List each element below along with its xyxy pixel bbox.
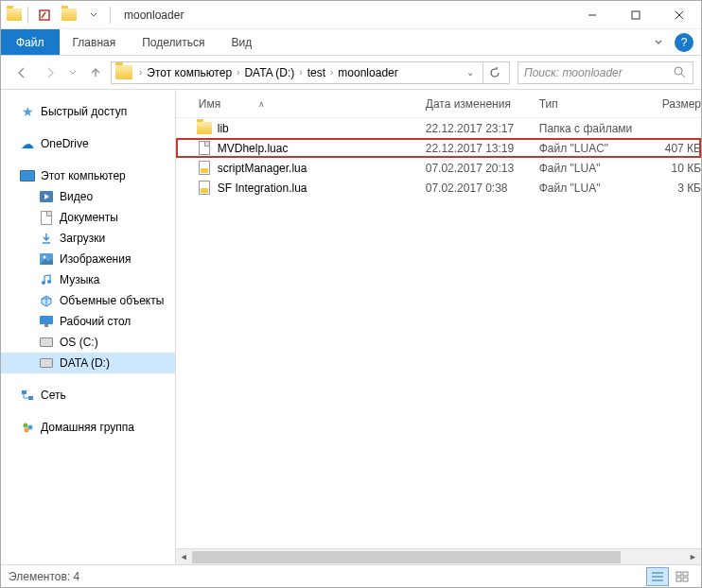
file-size: 407 КБ (662, 142, 701, 155)
ribbon-right: ? (648, 29, 701, 55)
column-type[interactable]: Тип (539, 97, 662, 111)
file-name-cell: scriptManager.lua (176, 161, 426, 176)
search-placeholder: Поиск: moonloader (524, 66, 674, 79)
sidebar-quick-access[interactable]: ★Быстрый доступ (1, 101, 175, 122)
view-icons-button[interactable] (671, 567, 693, 586)
sidebar-thispc[interactable]: Этот компьютер (1, 165, 175, 186)
nav-back-icon[interactable] (9, 60, 35, 86)
column-size[interactable]: Размер (662, 97, 701, 111)
qat-newfolder-icon[interactable] (59, 5, 79, 26)
nav-up-icon[interactable] (82, 60, 109, 86)
sidebar-3dobjects[interactable]: Объемные объекты (1, 290, 175, 311)
maximize-button[interactable] (614, 1, 658, 29)
scroll-thumb[interactable] (192, 551, 621, 563)
file-date: 22.12.2017 13:19 (426, 142, 539, 155)
ribbon: Файл Главная Поделиться Вид ? (1, 29, 701, 56)
tab-view[interactable]: Вид (218, 29, 265, 55)
downloads-icon (39, 231, 54, 246)
sidebar-item-label: Документы (60, 211, 118, 224)
sidebar-music[interactable]: Музыка (1, 269, 175, 290)
refresh-icon[interactable] (483, 62, 505, 83)
music-icon (39, 272, 54, 287)
file-row[interactable]: scriptManager.lua07.02.2017 20:13Файл "L… (176, 158, 701, 178)
sidebar-network[interactable]: Сеть (1, 385, 175, 406)
pc-icon (20, 168, 35, 183)
app-folder-icon (7, 8, 22, 23)
network-icon (20, 388, 35, 403)
window-title: moonloader (124, 9, 184, 22)
sidebar-onedrive[interactable]: ☁OneDrive (1, 133, 175, 154)
file-row[interactable]: lib22.12.2017 23:17Папка с файлами (176, 118, 701, 138)
desktop-icon (39, 314, 54, 329)
statusbar: Элементов: 4 (1, 564, 701, 587)
close-button[interactable] (658, 1, 701, 29)
crumb-sep[interactable]: › (234, 67, 242, 78)
ribbon-expand-icon[interactable] (648, 32, 669, 53)
sidebar-item-label: Сеть (41, 389, 66, 402)
sidebar-pictures[interactable]: Изображения (1, 249, 175, 269)
sidebar-os-c[interactable]: OS (C:) (1, 332, 175, 353)
column-name[interactable]: Имя∧ (176, 97, 426, 111)
sidebar-downloads[interactable]: Загрузки (1, 228, 175, 249)
svg-point-15 (24, 424, 28, 428)
sidebar-item-label: Объемные объекты (60, 294, 164, 307)
minimize-button[interactable] (570, 1, 614, 29)
sidebar-data-d[interactable]: DATA (D:) (1, 353, 175, 373)
svg-rect-14 (28, 396, 33, 400)
file-row[interactable]: SF Integration.lua07.02.2017 0:38Файл "L… (176, 178, 701, 198)
file-row[interactable]: MVDhelp.luac22.12.2017 13:19Файл "LUAC"4… (176, 138, 701, 158)
crumb-test[interactable]: test (306, 66, 327, 79)
window-controls (570, 1, 701, 29)
lua-file-icon (199, 181, 210, 195)
disk-icon (39, 355, 54, 371)
content: Имя∧ Дата изменения Тип Размер lib22.12.… (176, 90, 701, 564)
search-icon[interactable] (674, 66, 687, 79)
sidebar-item-label: OS (C:) (60, 336, 98, 349)
scroll-right-icon[interactable]: ► (685, 549, 701, 565)
file-name-cell: lib (176, 121, 426, 136)
sidebar-documents[interactable]: Документы (1, 207, 175, 228)
svg-rect-23 (676, 578, 681, 581)
nav-recent-icon[interactable] (65, 60, 80, 86)
file-name: MVDhelp.luac (218, 142, 289, 155)
search-input[interactable]: Поиск: moonloader (518, 61, 693, 84)
scroll-track[interactable] (192, 549, 685, 565)
titlebar: moonloader (1, 1, 701, 29)
svg-rect-2 (632, 11, 640, 19)
sidebar-item-label: Рабочий стол (60, 315, 131, 328)
nav-forward-icon[interactable] (37, 60, 63, 86)
file-type: Файл "LUAC" (539, 142, 662, 155)
crumb-sep[interactable]: › (327, 67, 336, 78)
address-dropdown-icon[interactable]: ⌄ (462, 67, 479, 78)
sidebar-video[interactable]: Видео (1, 186, 175, 207)
column-date[interactable]: Дата изменения (426, 97, 539, 111)
horizontal-scrollbar[interactable]: ◄ ► (176, 548, 701, 564)
scroll-left-icon[interactable]: ◄ (176, 549, 192, 565)
svg-rect-21 (676, 572, 681, 576)
view-details-button[interactable] (646, 567, 669, 586)
crumb-data[interactable]: DATA (D:) (242, 66, 296, 79)
crumb-sep[interactable]: › (136, 67, 145, 78)
address-bar[interactable]: › Этот компьютер › DATA (D:) › test › mo… (111, 61, 510, 84)
address-folder-icon (115, 65, 132, 79)
tab-file[interactable]: Файл (1, 29, 60, 55)
help-button[interactable]: ? (675, 33, 693, 52)
file-name: scriptManager.lua (218, 162, 307, 175)
crumb-thispc[interactable]: Этот компьютер (145, 66, 234, 79)
qat-properties-icon[interactable] (34, 5, 55, 26)
cloud-icon: ☁ (20, 136, 35, 151)
disk-icon (39, 335, 54, 350)
sidebar: ★Быстрый доступ ☁OneDrive Этот компьютер… (1, 90, 176, 564)
sidebar-item-label: Загрузки (60, 232, 105, 245)
qat-dropdown-icon[interactable] (83, 5, 104, 26)
sidebar-homegroup[interactable]: Домашняя группа (1, 417, 175, 438)
svg-point-17 (25, 428, 29, 433)
svg-rect-13 (22, 390, 26, 394)
lua-file-icon (199, 161, 210, 175)
tab-home[interactable]: Главная (60, 29, 130, 55)
crumb-moonloader[interactable]: moonloader (336, 66, 399, 79)
sidebar-desktop[interactable]: Рабочий стол (1, 311, 175, 332)
file-date: 22.12.2017 23:17 (426, 122, 539, 135)
crumb-sep[interactable]: › (296, 67, 305, 78)
tab-share[interactable]: Поделиться (129, 29, 218, 55)
